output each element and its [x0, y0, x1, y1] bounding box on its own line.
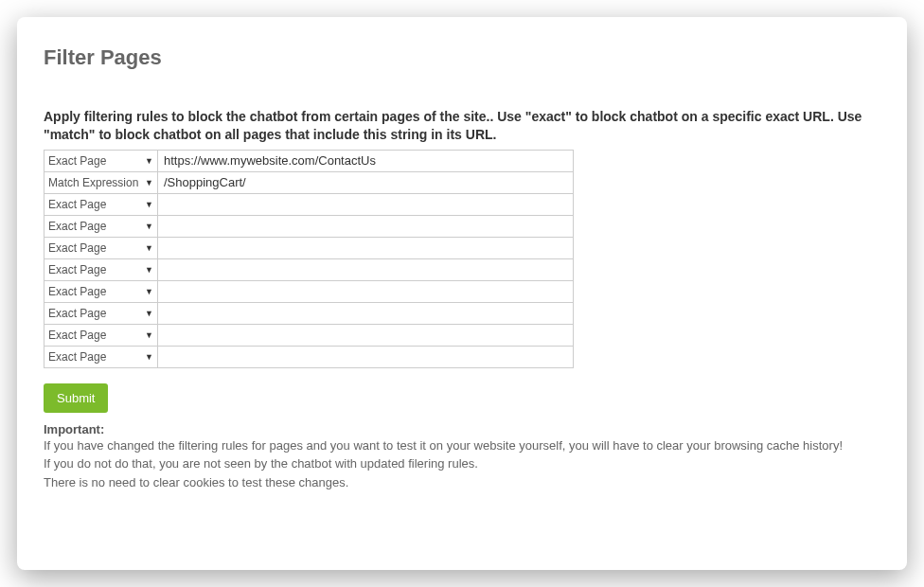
- rule-value-input[interactable]: [158, 238, 573, 258]
- rule-value-input[interactable]: [158, 303, 573, 324]
- notes-line: There is no need to clear cookies to tes…: [44, 473, 880, 492]
- submit-button[interactable]: Submit: [44, 383, 108, 413]
- filter-rules-table: Exact Page ▼ Match Expression ▼: [44, 150, 574, 368]
- table-row: Match Expression ▼: [44, 171, 574, 193]
- rule-type-select[interactable]: Match Expression: [44, 172, 157, 193]
- rule-value-input[interactable]: [158, 194, 573, 215]
- rule-type-select[interactable]: Exact Page: [44, 325, 157, 346]
- notes-line: If you do not do that, you are not seen …: [44, 454, 880, 473]
- page-title: Filter Pages: [44, 45, 880, 70]
- rule-type-select[interactable]: Exact Page: [44, 303, 157, 324]
- rule-type-select[interactable]: Exact Page: [44, 347, 157, 367]
- important-notes: Important: If you have changed the filte…: [44, 422, 880, 492]
- rule-value-input[interactable]: [158, 172, 573, 193]
- rule-value-input[interactable]: [158, 281, 573, 302]
- filter-pages-card: Filter Pages Apply filtering rules to bl…: [17, 17, 907, 570]
- table-row: Exact Page ▼: [44, 302, 574, 324]
- table-row: Exact Page ▼: [44, 346, 574, 367]
- table-row: Exact Page ▼: [44, 280, 574, 302]
- rule-type-select[interactable]: Exact Page: [44, 216, 157, 237]
- rule-type-select[interactable]: Exact Page: [44, 238, 157, 258]
- table-row: Exact Page ▼: [44, 215, 574, 237]
- rule-type-select[interactable]: Exact Page: [44, 194, 157, 215]
- rule-value-input[interactable]: [158, 151, 573, 171]
- table-row: Exact Page ▼: [44, 150, 574, 171]
- rule-value-input[interactable]: [158, 216, 573, 237]
- table-row: Exact Page ▼: [44, 324, 574, 346]
- rule-type-select[interactable]: Exact Page: [44, 151, 157, 171]
- notes-line: If you have changed the filtering rules …: [44, 436, 880, 455]
- instructions-text: Apply filtering rules to block the chatb…: [44, 108, 880, 144]
- notes-heading: Important:: [44, 422, 880, 436]
- rule-type-select[interactable]: Exact Page: [44, 281, 157, 302]
- rule-value-input[interactable]: [158, 347, 573, 367]
- rule-type-select[interactable]: Exact Page: [44, 259, 157, 280]
- table-row: Exact Page ▼: [44, 237, 574, 258]
- table-row: Exact Page ▼: [44, 258, 574, 280]
- table-row: Exact Page ▼: [44, 193, 574, 215]
- rule-value-input[interactable]: [158, 259, 573, 280]
- rule-value-input[interactable]: [158, 325, 573, 346]
